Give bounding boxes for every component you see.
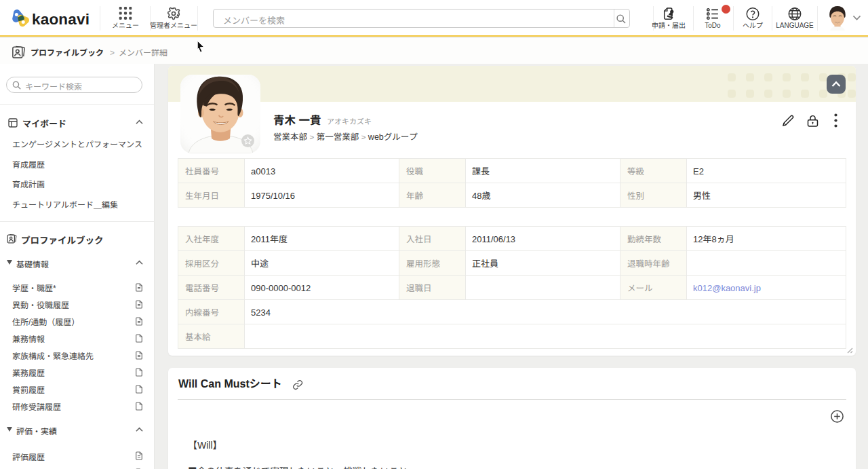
svg-text:kaonavi: kaonavi — [32, 11, 90, 28]
